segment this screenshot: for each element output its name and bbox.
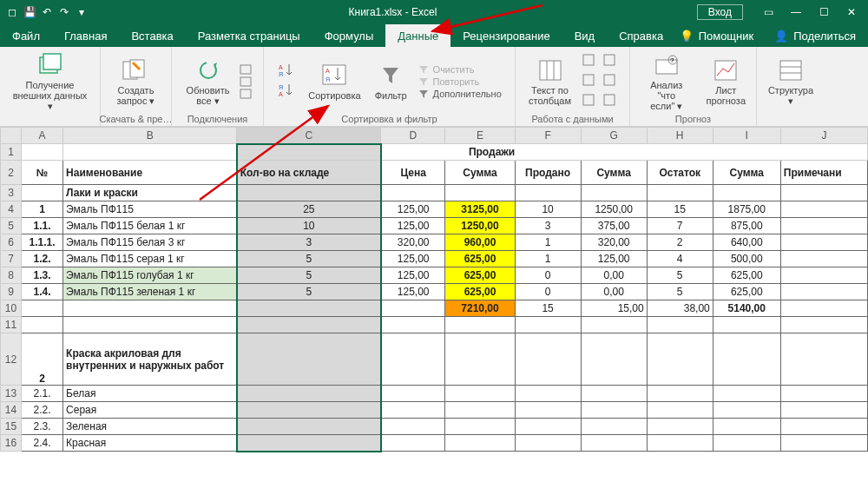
group-label-connections: Подключения (187, 112, 248, 124)
ribbon-options-icon[interactable]: ▭ (755, 3, 781, 22)
spreadsheet[interactable]: A B C D E F G H I J 1Продажи 2 № Наимено… (0, 127, 868, 452)
relationships-icon[interactable] (602, 73, 620, 89)
whatif-icon: ? (653, 52, 681, 78)
col-D[interactable]: D (381, 128, 445, 144)
refresh-all-button[interactable]: Обновить все ▾ (183, 57, 233, 106)
maximize-icon[interactable]: ☐ (811, 3, 837, 22)
svg-rect-19 (604, 55, 615, 65)
row-16[interactable]: 16 (1, 435, 22, 452)
col-E[interactable]: E (445, 128, 515, 144)
redo-icon[interactable]: ↷ (57, 5, 71, 19)
get-external-data-button[interactable]: Получение внешних данных ▾ (7, 52, 93, 111)
svg-rect-21 (604, 75, 615, 85)
query-icon (122, 57, 149, 83)
svg-rect-20 (583, 75, 594, 85)
filter-button[interactable]: Фильтр (372, 63, 411, 101)
outline-button[interactable]: Структура ▾ (765, 57, 817, 106)
col-G[interactable]: G (581, 128, 647, 144)
row-4[interactable]: 4 (1, 201, 22, 218)
database-icon (36, 52, 64, 78)
row-10[interactable]: 10 (1, 300, 22, 317)
row-11[interactable]: 11 (1, 317, 22, 333)
svg-rect-22 (583, 95, 594, 105)
select-all[interactable] (1, 128, 22, 144)
group-label-forecast: Прогноз (675, 112, 711, 124)
svg-rect-18 (583, 55, 594, 65)
undo-icon[interactable]: ↶ (40, 5, 54, 19)
row-5[interactable]: 5 (1, 218, 22, 234)
tab-file[interactable]: Файл (0, 24, 52, 47)
row-15[interactable]: 15 (1, 419, 22, 435)
svg-rect-5 (240, 65, 251, 74)
consolidate-icon[interactable] (602, 53, 620, 69)
new-query-button[interactable]: Создать запрос ▾ (114, 57, 159, 106)
save-icon[interactable]: 💾 (23, 5, 36, 19)
sort-asc-icon[interactable]: АЯ (277, 63, 294, 81)
col-B[interactable]: B (63, 128, 237, 144)
advanced-filter[interactable]: Дополнительно (418, 89, 502, 99)
col-J[interactable]: J (780, 128, 867, 144)
svg-text:Я: Я (279, 71, 283, 77)
close-icon[interactable]: ✕ (838, 3, 865, 22)
reapply-filter: Повторить (418, 76, 502, 87)
svg-text:?: ? (670, 56, 674, 64)
svg-text:Я: Я (326, 76, 330, 82)
svg-rect-6 (240, 77, 251, 86)
group-label-getdata: Скачать & пре… (100, 112, 173, 124)
row-14[interactable]: 14 (1, 402, 22, 419)
outline-icon (777, 57, 805, 83)
tab-data[interactable]: Данные (385, 24, 450, 47)
signin-button[interactable]: Вход (697, 4, 743, 20)
row-7[interactable]: 7 (1, 251, 22, 267)
refresh-icon (194, 57, 222, 83)
title-bar: ◻ 💾 ↶ ↷ ▾ Книга1.xlsx - Excel Вход ▭ — ☐… (0, 0, 868, 24)
whatif-button[interactable]: ? Анализ "что если" ▾ (637, 52, 696, 111)
svg-point-4 (201, 63, 216, 78)
tab-home[interactable]: Главная (52, 24, 119, 47)
qat-more-icon[interactable]: ▾ (75, 5, 89, 19)
svg-text:Я: Я (279, 84, 283, 90)
col-A[interactable]: A (22, 128, 63, 144)
autosave-icon[interactable]: ◻ (5, 5, 19, 19)
svg-text:А: А (279, 64, 283, 70)
row-6[interactable]: 6 (1, 234, 22, 251)
group-label-datatools: Работа с данными (531, 112, 613, 124)
tab-insert[interactable]: Вставка (119, 24, 185, 47)
forecast-sheet-button[interactable]: Лист прогноза (703, 57, 749, 106)
lightbulb-icon: 💡 (680, 30, 694, 43)
text-to-columns-button[interactable]: Текст по столбцам (525, 57, 575, 106)
col-I[interactable]: I (713, 128, 780, 144)
row-8[interactable]: 8 (1, 267, 22, 284)
col-C[interactable]: C (237, 128, 381, 144)
col-H[interactable]: H (647, 128, 713, 144)
row-12[interactable]: 12 (1, 333, 22, 386)
row-1[interactable]: 1 (1, 144, 22, 161)
remove-dup-icon[interactable] (582, 73, 599, 89)
flash-fill-icon[interactable] (582, 53, 599, 69)
tab-pagelayout[interactable]: Разметка страницы (186, 24, 312, 47)
svg-text:А: А (279, 91, 283, 97)
sort-icon: АЯ (320, 63, 348, 89)
group-label-sortfilter: Сортировка и фильтр (341, 112, 437, 124)
sort-desc-icon[interactable]: ЯА (277, 82, 294, 101)
clear-filter: Очистить (418, 64, 502, 75)
row-13[interactable]: 13 (1, 386, 22, 402)
share-button[interactable]: Поделиться (793, 30, 856, 43)
forecast-icon (712, 57, 740, 83)
share-icon: 👤 (774, 30, 788, 43)
tell-me[interactable]: Помощник (699, 30, 754, 43)
tab-formulas[interactable]: Формулы (312, 24, 386, 47)
tab-view[interactable]: Вид (562, 24, 608, 47)
tab-review[interactable]: Рецензирование (450, 24, 562, 47)
datamodel-icon[interactable] (602, 93, 620, 109)
svg-rect-15 (540, 61, 561, 80)
row-9[interactable]: 9 (1, 284, 22, 300)
minimize-icon[interactable]: — (783, 3, 809, 22)
col-F[interactable]: F (515, 128, 581, 144)
tab-help[interactable]: Справка (607, 24, 675, 47)
row-3[interactable]: 3 (1, 185, 22, 201)
sort-button[interactable]: АЯ Сортировка (305, 63, 364, 101)
validation-icon[interactable] (582, 93, 599, 109)
row-2[interactable]: 2 (1, 161, 22, 185)
svg-rect-23 (604, 95, 615, 105)
